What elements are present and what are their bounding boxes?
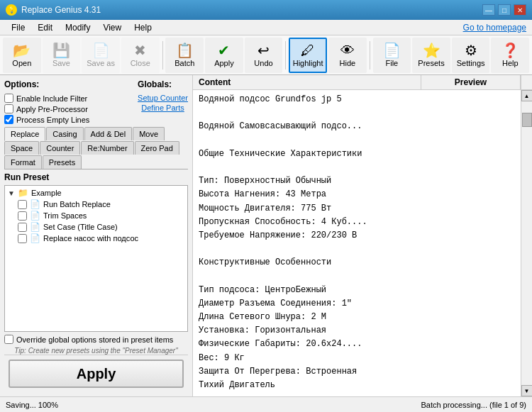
apply-toolbar-button[interactable]: ✔ Apply [205, 38, 243, 73]
tab-renumber[interactable]: Re:Number [81, 141, 133, 155]
help-button[interactable]: ❓ Help [491, 38, 529, 73]
settings-button[interactable]: ⚙ Settings [452, 38, 490, 73]
process-empty-lines-checkbox[interactable] [4, 115, 13, 124]
maximize-button[interactable]: □ [498, 4, 511, 16]
tree-item-set-case-label: Set Case (Title Case) [43, 223, 118, 231]
batch-button[interactable]: 📋 Batch [165, 38, 204, 73]
globals-header: Globals: [138, 79, 188, 89]
tab-counter[interactable]: Counter [40, 141, 80, 155]
apply-pre-processor-row[interactable]: Apply Pre-Processor [4, 104, 89, 113]
presets-icon: ⭐ [423, 43, 440, 57]
tab-format[interactable]: Format [4, 155, 42, 169]
close-button[interactable]: ✕ [514, 4, 526, 16]
undo-icon: ↩ [257, 43, 270, 57]
tree-expand-icon: ▼ [8, 189, 15, 197]
tab-move[interactable]: Move [133, 127, 165, 140]
content-header-content: Content [193, 75, 421, 89]
minimize-button[interactable]: — [482, 4, 495, 16]
enable-include-filter-row[interactable]: Enable Include Filter [4, 94, 89, 103]
menu-file[interactable]: File [6, 21, 31, 34]
tab-space[interactable]: Space [4, 141, 39, 155]
highlight-icon: 🖊 [301, 43, 315, 57]
tip-text: Tip: Create new presets using the "Prese… [4, 347, 188, 355]
run-batch-checkbox[interactable] [18, 200, 27, 209]
tree-item-run-batch[interactable]: 📄 Run Batch Replace [6, 199, 186, 210]
file-button[interactable]: 📄 File [373, 38, 411, 73]
define-parts-button[interactable]: Define Parts [138, 104, 188, 112]
tab-add-del[interactable]: Add & Del [84, 127, 133, 140]
content-header: Content Preview [193, 75, 532, 90]
undo-button[interactable]: ↩ Undo [245, 38, 283, 73]
scrollbar-thumb[interactable] [522, 113, 532, 127]
menu-view[interactable]: View [97, 21, 127, 34]
open-icon: 📂 [13, 43, 31, 57]
menu-help[interactable]: Help [128, 21, 157, 34]
enable-include-filter-label: Enable Include Filter [16, 94, 87, 103]
preset-tree: ▼ 📁 Example 📄 Run Batch Replace 📄 Trim S… [4, 185, 188, 332]
run-preset-label: Run Preset [4, 172, 188, 182]
scrollbar-up-arrow[interactable]: ▲ [521, 90, 533, 101]
scrollbar-header-placeholder [521, 75, 532, 89]
content-body: Водяной подсос Grundfos jp 5 Водяной Сам… [193, 90, 532, 396]
app-icon: 💡 [6, 4, 17, 16]
override-row[interactable]: Override global options stored in preset… [4, 335, 188, 344]
right-panel: Content Preview Водяной подсос Grundfos … [193, 75, 532, 396]
help-label: Help [502, 59, 519, 67]
set-case-checkbox[interactable] [18, 223, 27, 232]
vertical-scrollbar[interactable]: ▲ ▼ [521, 90, 532, 396]
setup-counter-button[interactable]: Setup Counter [138, 94, 188, 102]
tree-item-example-label: Example [31, 189, 62, 197]
trim-spaces-checkbox[interactable] [18, 211, 27, 221]
homepage-link[interactable]: Go to homepage [463, 23, 526, 33]
help-icon: ❓ [501, 43, 519, 57]
tab-casing[interactable]: Casing [46, 127, 83, 140]
replace-nasoc-checkbox[interactable] [18, 234, 27, 243]
open-label: Open [12, 59, 31, 67]
tab-replace[interactable]: Replace [4, 127, 45, 141]
process-empty-lines-row[interactable]: Process Empty Lines [4, 115, 89, 124]
apply-section: Apply [4, 355, 188, 392]
menu-bar: File Edit Modify View Help Go to homepag… [0, 20, 532, 35]
process-empty-lines-label: Process Empty Lines [16, 116, 89, 124]
scrollbar-down-arrow[interactable]: ▼ [521, 385, 533, 396]
options-header: Options: [4, 79, 89, 89]
enable-include-filter-checkbox[interactable] [4, 94, 13, 103]
tree-item-set-case[interactable]: 📄 Set Case (Title Case) [6, 221, 186, 233]
apply-pre-processor-checkbox[interactable] [4, 104, 13, 113]
override-checkbox[interactable] [4, 335, 13, 344]
content-header-preview: Preview [421, 75, 521, 89]
undo-label: Undo [254, 59, 272, 67]
toolbar-separator-1 [162, 41, 163, 69]
apply-toolbar-label: Apply [214, 59, 234, 67]
batch-label: Batch [174, 59, 194, 67]
settings-label: Settings [457, 59, 485, 67]
folder-icon: 📁 [18, 188, 28, 198]
file-icon: 📄 [383, 43, 401, 57]
close-file-icon: ✖ [134, 43, 146, 57]
file-icon-3: 📄 [30, 222, 40, 232]
tree-item-example[interactable]: ▼ 📁 Example [6, 187, 186, 199]
file-icon-4: 📄 [30, 233, 40, 243]
tabs-row: Replace Casing Add & Del Move Space Coun… [4, 127, 188, 169]
toolbar: 📂 Open 💾 Save 📄 Save as ✖ Close 📋 Batch … [0, 35, 532, 75]
presets-button[interactable]: ⭐ Presets [412, 38, 450, 73]
open-button[interactable]: 📂 Open [3, 38, 41, 73]
tree-item-trim-spaces[interactable]: 📄 Trim Spaces [6, 210, 186, 221]
options-globals-row: Options: Enable Include Filter Apply Pre… [4, 79, 188, 124]
hide-button[interactable]: 👁 Hide [328, 38, 367, 73]
text-content[interactable]: Водяной подсос Grundfos jp 5 Водяной Сам… [193, 90, 521, 396]
tree-item-run-batch-label: Run Batch Replace [43, 200, 111, 208]
settings-icon: ⚙ [465, 43, 477, 57]
toolbar-separator-2 [285, 41, 286, 69]
menu-modify[interactable]: Modify [60, 21, 96, 34]
menu-edit[interactable]: Edit [32, 21, 58, 34]
globals-col: Globals: Setup Counter Define Parts [138, 79, 188, 124]
close-file-label: Close [131, 59, 150, 67]
highlight-button[interactable]: 🖊 Highlight [289, 38, 327, 73]
tree-item-replace-nasoc[interactable]: 📄 Replace насос with подсос [6, 233, 186, 244]
save-as-icon: 📄 [92, 43, 110, 57]
toolbar-separator-3 [370, 41, 370, 69]
tab-zero-pad[interactable]: Zero Pad [135, 141, 179, 155]
apply-button[interactable]: Apply [9, 360, 184, 388]
tab-presets[interactable]: Presets [43, 155, 82, 169]
